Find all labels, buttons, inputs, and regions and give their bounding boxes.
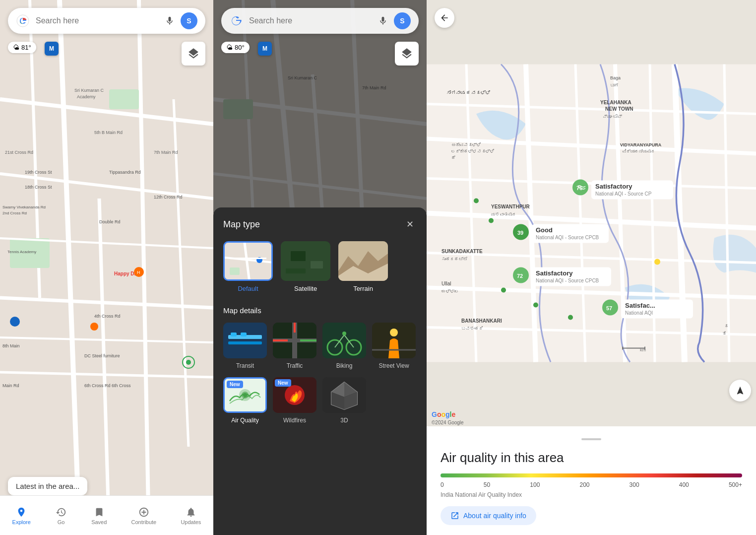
panel-left: Sri Kumaran C Academy 5th B Main Rd 7th … xyxy=(0,0,213,535)
streetview-thumb xyxy=(372,323,416,358)
detail-biking[interactable]: Biking xyxy=(322,323,366,369)
metro-badge-left[interactable]: M xyxy=(45,42,59,56)
saved-icon xyxy=(93,506,105,518)
svg-text:National AQI - Source CPCB: National AQI - Source CPCB xyxy=(536,235,599,240)
svg-text:7th Main Rd: 7th Main Rd xyxy=(154,150,178,155)
3d-thumb xyxy=(322,377,366,413)
detail-streetview[interactable]: Street View xyxy=(372,323,416,369)
traffic-thumb xyxy=(273,323,316,358)
user-avatar-middle[interactable]: S xyxy=(394,12,411,29)
svg-text:ಬನಶಂಕರಿ: ಬನಶಂಕರಿ xyxy=(461,326,483,331)
nav-updates-label: Updates xyxy=(181,519,201,525)
weather-temp-left: 81° xyxy=(21,44,31,51)
detail-airquality[interactable]: New Air Quality xyxy=(223,377,267,424)
svg-point-146 xyxy=(474,199,479,203)
svg-text:National AQI - Source CP: National AQI - Source CP xyxy=(595,191,652,197)
svg-text:BANASHANKARI: BANASHANKARI xyxy=(461,318,502,324)
explore-icon xyxy=(15,506,27,518)
detail-transit[interactable]: Transit xyxy=(223,323,267,369)
nav-saved-label: Saved xyxy=(91,519,107,525)
map-type-terrain-label: Terrain xyxy=(353,285,373,292)
biking-label: Biking xyxy=(336,362,353,369)
user-avatar-left[interactable]: S xyxy=(181,12,197,29)
svg-text:2nd Cross Rd: 2nd Cross Rd xyxy=(2,211,27,215)
svg-text:SUNKADAKATTE: SUNKADAKATTE xyxy=(441,249,483,254)
back-button[interactable] xyxy=(435,8,454,28)
svg-text:39: 39 xyxy=(517,230,523,236)
satellite-thumb-visual xyxy=(281,241,330,281)
svg-point-147 xyxy=(489,218,494,223)
map-type-terrain[interactable]: Terrain xyxy=(338,241,388,292)
transit-label: Transit xyxy=(236,362,254,369)
svg-text:ಕೆ: ಕೆ xyxy=(451,155,456,160)
svg-point-35 xyxy=(90,323,98,331)
svg-rect-11 xyxy=(109,89,139,109)
svg-point-38 xyxy=(186,360,191,365)
latest-banner: Latest in the area... xyxy=(8,477,87,495)
svg-text:19th Cross St: 19th Cross St xyxy=(25,170,52,175)
search-input-middle[interactable] xyxy=(249,16,376,25)
svg-text:Tennis Academy: Tennis Academy xyxy=(7,250,36,254)
scale-label-100: 100 xyxy=(530,481,540,488)
svg-point-150 xyxy=(533,303,538,308)
svg-point-148 xyxy=(501,288,506,293)
svg-rect-53 xyxy=(230,268,240,275)
close-button[interactable]: ✕ xyxy=(403,217,417,231)
svg-text:National AQI: National AQI xyxy=(625,310,653,316)
wildfires-new-badge: New xyxy=(275,379,291,387)
traffic-label: Traffic xyxy=(287,362,303,369)
go-icon xyxy=(55,506,67,518)
search-input-left[interactable] xyxy=(36,16,163,25)
svg-rect-56 xyxy=(291,251,306,261)
nav-contribute[interactable]: Contribute xyxy=(127,506,160,525)
svg-text:Sri Kumaran C: Sri Kumaran C xyxy=(74,88,104,93)
svg-text:Satisfactory: Satisfactory xyxy=(595,183,632,190)
3d-label: 3D xyxy=(340,417,348,424)
svg-text:12th Cross Rd: 12th Cross Rd xyxy=(154,195,183,200)
airquality-label: Air Quality xyxy=(231,417,258,424)
google-logo-middle xyxy=(229,14,243,28)
airquality-thumb: New xyxy=(223,377,267,413)
mic-icon-middle[interactable] xyxy=(376,14,390,28)
weather-icon-left: 🌤 xyxy=(13,44,19,51)
detail-wildfires[interactable]: New Wildfires xyxy=(273,377,316,424)
navigate-button[interactable] xyxy=(729,380,751,401)
weather-badge-left: 🌤 81° xyxy=(8,42,36,53)
map-type-modal: Map type ✕ Defa xyxy=(213,207,427,535)
nav-updates[interactable]: Updates xyxy=(177,506,205,525)
search-bar-middle[interactable]: S xyxy=(221,8,419,34)
map-type-thumb-satellite xyxy=(281,241,330,281)
svg-text:ಯಶವಂತಪುರ: ಯಶವಂತಪುರ xyxy=(491,212,516,217)
nav-contribute-label: Contribute xyxy=(131,519,156,525)
search-bar-left[interactable]: S xyxy=(8,8,205,34)
weather-temp-middle: 80° xyxy=(235,44,245,51)
map-type-grid: Default Satellite xyxy=(223,241,417,292)
weather-badge-middle: 🌤 80° xyxy=(221,42,250,53)
svg-text:ಲದ್ದೇಕಳ್ಳನಹಳ್ಳಿ: ಲದ್ದೇಕಳ್ಳನಹಳ್ಳಿ xyxy=(451,149,495,154)
nav-go[interactable]: Go xyxy=(51,506,71,525)
detail-traffic[interactable]: Traffic xyxy=(273,323,316,369)
svg-text:4th Cross Rd: 4th Cross Rd xyxy=(94,314,121,319)
mic-icon-left[interactable] xyxy=(163,14,177,28)
svg-text:Satisfac...: Satisfac... xyxy=(625,302,655,309)
map-type-default[interactable]: Default xyxy=(223,241,273,292)
svg-text:21st Cross Rd: 21st Cross Rd xyxy=(5,150,33,155)
svg-text:ನ್ಯೂ ಟೌನ್: ನ್ಯೂ ಟೌನ್ xyxy=(603,114,622,119)
layers-button-left[interactable] xyxy=(182,42,205,66)
about-air-quality-button[interactable]: About air quality info xyxy=(441,506,536,525)
detail-3d[interactable]: 3D xyxy=(322,377,366,424)
scale-label-0: 0 xyxy=(441,481,444,488)
svg-rect-58 xyxy=(286,268,306,273)
map-type-thumb-terrain xyxy=(338,241,388,281)
svg-text:6th Cross Rd 6th Cross: 6th Cross Rd 6th Cross xyxy=(84,383,131,388)
svg-text:ಸುಂಕದಕಟ್ಟೆ: ಸುಂಕದಕಟ್ಟೆ xyxy=(441,257,468,262)
nav-explore[interactable]: Explore xyxy=(8,506,35,525)
nav-saved[interactable]: Saved xyxy=(87,506,111,525)
svg-text:ಸಿಂಗನಾಯಕನಹಳ್ಳಿ: ಸಿಂಗನಾಯಕನಹಳ್ಳಿ xyxy=(446,90,491,95)
drag-handle xyxy=(581,438,601,440)
layers-button-middle[interactable] xyxy=(395,42,419,66)
metro-badge-middle[interactable]: M xyxy=(258,42,272,56)
svg-text:Swamy Vivekananda Rd: Swamy Vivekananda Rd xyxy=(2,205,46,209)
map-type-satellite[interactable]: Satellite xyxy=(281,241,330,292)
svg-text:ಅದೇವನಹಳ್ಳಿ: ಅದೇವನಹಳ್ಳಿ xyxy=(451,142,481,147)
